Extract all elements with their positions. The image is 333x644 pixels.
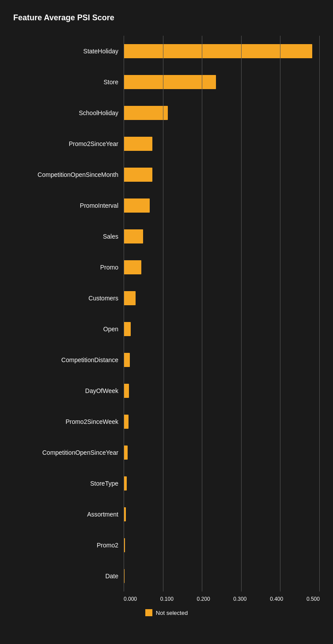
bar-row: CompetitionOpenSinceYear — [9, 437, 324, 468]
bar-track — [124, 198, 324, 213]
bar-track — [124, 260, 324, 274]
bar-track — [124, 415, 324, 429]
bar-row: DayOfWeek — [9, 375, 324, 406]
bar-fill — [124, 322, 131, 336]
bar-track — [124, 291, 324, 305]
bar-fill — [124, 384, 129, 398]
bar-track — [124, 137, 324, 151]
bar-label: CompetitionDistance — [9, 356, 124, 363]
bar-fill — [124, 260, 141, 274]
bar-label: Assortment — [9, 511, 124, 518]
bar-track — [124, 538, 324, 552]
bar-track — [124, 75, 324, 89]
bar-fill — [124, 75, 216, 89]
chart-container: Feature Average PSI Score StateHolidaySt… — [0, 0, 333, 644]
bar-track — [124, 106, 324, 120]
bar-track — [124, 229, 324, 243]
bar-label: Promo2 — [9, 542, 124, 549]
bar-fill — [124, 569, 125, 583]
bar-label: DayOfWeek — [9, 387, 124, 394]
bar-label: Promo — [9, 264, 124, 271]
x-axis-label: 0.000 — [124, 596, 137, 602]
x-axis-label: 0.400 — [270, 596, 283, 602]
bar-fill — [124, 476, 127, 490]
bar-fill — [124, 198, 150, 213]
bar-label: Promo2SinceWeek — [9, 418, 124, 425]
bar-track — [124, 476, 324, 490]
bar-row: PromoInterval — [9, 190, 324, 221]
bar-fill — [124, 137, 152, 151]
bar-fill — [124, 291, 136, 305]
bar-label: Sales — [9, 233, 124, 240]
x-axis-label: 0.100 — [160, 596, 174, 602]
bar-fill — [124, 106, 168, 120]
bar-label: StateHoliday — [9, 48, 124, 55]
x-axis-label: 0.200 — [197, 596, 210, 602]
bar-label: SchoolHoliday — [9, 109, 124, 116]
chart-title: Feature Average PSI Score — [9, 13, 324, 22]
bar-label: PromoInterval — [9, 202, 124, 209]
bar-row: StoreType — [9, 468, 324, 499]
bar-track — [124, 322, 324, 336]
bar-fill — [124, 44, 312, 58]
bar-track — [124, 446, 324, 460]
x-axis-label: 0.500 — [307, 596, 320, 602]
legend-label: Not selected — [156, 610, 188, 616]
legend-color-box — [145, 609, 152, 616]
bar-row: Sales — [9, 221, 324, 252]
bar-track — [124, 168, 324, 182]
bar-row: Promo2SinceYear — [9, 128, 324, 159]
chart-inner: StateHolidayStoreSchoolHolidayPromo2Sinc… — [9, 36, 324, 592]
chart-area: StateHolidayStoreSchoolHolidayPromo2Sinc… — [9, 36, 324, 616]
bar-track — [124, 507, 324, 521]
x-axis-label: 0.300 — [233, 596, 246, 602]
bar-row: Store — [9, 67, 324, 97]
bar-row: Date — [9, 561, 324, 592]
bar-row: CompetitionDistance — [9, 344, 324, 375]
x-axis: 0.0000.1000.2000.3000.4000.500 — [124, 596, 320, 602]
bar-label: CompetitionOpenSinceYear — [9, 449, 124, 456]
bar-label: StoreType — [9, 480, 124, 487]
bar-row: Customers — [9, 283, 324, 314]
bar-fill — [124, 353, 130, 367]
bar-label: Store — [9, 79, 124, 86]
bar-fill — [124, 507, 126, 521]
bar-row: Promo2SinceWeek — [9, 406, 324, 437]
bar-track — [124, 569, 324, 583]
bar-row: Open — [9, 314, 324, 344]
bar-label: Customers — [9, 295, 124, 302]
bar-label: Promo2SinceYear — [9, 140, 124, 147]
bar-row: SchoolHoliday — [9, 97, 324, 128]
bar-fill — [124, 446, 128, 460]
bar-row: Promo — [9, 252, 324, 283]
bar-track — [124, 353, 324, 367]
bar-row: CompetitionOpenSinceMonth — [9, 159, 324, 190]
bar-fill — [124, 229, 143, 243]
bar-fill — [124, 538, 125, 552]
bar-track — [124, 44, 324, 58]
bar-label: Open — [9, 326, 124, 333]
bar-fill — [124, 168, 152, 182]
legend: Not selected — [9, 609, 324, 616]
bar-track — [124, 384, 324, 398]
bar-fill — [124, 415, 129, 429]
bar-row: Promo2 — [9, 530, 324, 561]
bar-label: Date — [9, 573, 124, 580]
bar-row: Assortment — [9, 499, 324, 530]
bar-label: CompetitionOpenSinceMonth — [9, 171, 124, 178]
bar-row: StateHoliday — [9, 36, 324, 67]
